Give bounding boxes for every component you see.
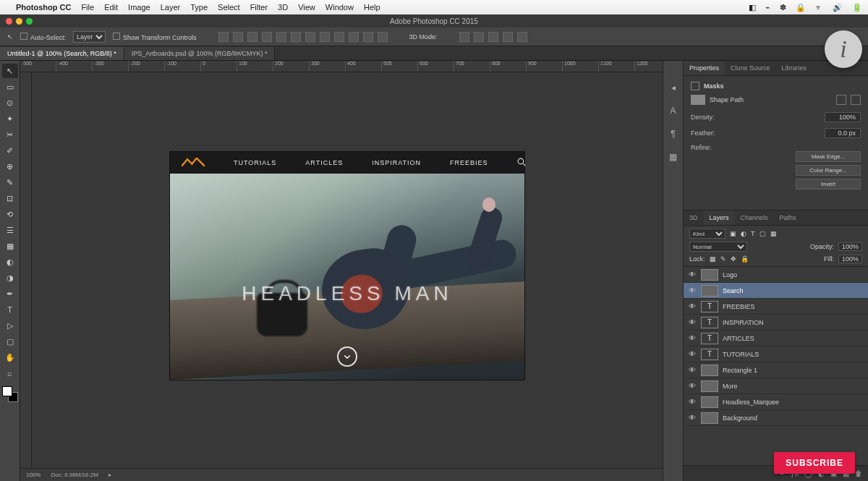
layer-row[interactable]: 👁Headless_Marquee <box>684 394 868 410</box>
filter-type-icon[interactable]: T <box>751 230 755 237</box>
rectangle-tool[interactable]: ▢ <box>2 334 18 349</box>
path-select-tool[interactable]: ▷ <box>2 318 18 333</box>
filter-adjust-icon[interactable]: ◐ <box>741 230 746 237</box>
crop-tool[interactable]: ✂ <box>2 127 18 142</box>
tab-clone-source[interactable]: Clone Source <box>725 61 776 75</box>
fill-input[interactable]: 100% <box>838 255 862 263</box>
auto-select-checkbox[interactable]: Auto-Select: <box>20 33 66 41</box>
layer-filter-dropdown[interactable]: Kind <box>689 229 726 239</box>
history-brush-tool[interactable]: ⟲ <box>2 207 18 221</box>
align-icons[interactable] <box>218 32 388 42</box>
document-tab[interactable]: IPS_Artboards.psd @ 100% (RGB/8#/CMYK) * <box>124 47 276 60</box>
feather-input[interactable]: 0.0 px <box>825 128 861 138</box>
menu-image[interactable]: Image <box>128 3 150 12</box>
hand-tool[interactable]: ✋ <box>2 350 18 365</box>
hero-image: HEADLESS MAN <box>170 174 524 380</box>
document-tab[interactable]: Untitled-1 @ 100% (Search, RGB/8) * <box>0 47 124 60</box>
layer-row[interactable]: 👁TARTICLES <box>684 331 868 346</box>
filter-shape-icon[interactable]: ▢ <box>760 230 766 237</box>
tab-3d[interactable]: 3D <box>684 210 704 225</box>
menu-type[interactable]: Type <box>190 3 208 12</box>
collapsed-panel-dock[interactable]: ◂ A ¶ ▦ <box>663 61 683 481</box>
tab-layers[interactable]: Layers <box>704 210 735 225</box>
color-swatches[interactable] <box>2 386 18 402</box>
gradient-tool[interactable]: ▦ <box>2 239 18 253</box>
paragraph-panel-icon[interactable]: ¶ <box>671 129 675 139</box>
visibility-eye-icon[interactable]: 👁 <box>688 398 697 406</box>
layer-row[interactable]: 👁Background <box>684 410 868 426</box>
visibility-eye-icon[interactable]: 👁 <box>688 350 697 358</box>
eraser-tool[interactable]: ☰ <box>2 223 18 237</box>
lock-all-icon[interactable]: 🔒 <box>741 255 749 263</box>
brush-tool[interactable]: ✎ <box>2 175 18 190</box>
layer-row[interactable]: 👁Logo <box>684 267 868 283</box>
menu-help[interactable]: Help <box>364 3 380 12</box>
zoom-tool[interactable]: ⌕ <box>2 366 18 380</box>
visibility-eye-icon[interactable]: 👁 <box>688 271 697 278</box>
pixel-mask-button[interactable] <box>836 95 846 105</box>
app-name[interactable]: Photoshop CC <box>16 3 71 12</box>
menu-file[interactable]: File <box>81 3 94 12</box>
opacity-input[interactable]: 100% <box>838 242 862 251</box>
move-tool[interactable]: ↖ <box>2 64 18 78</box>
filter-pixel-icon[interactable]: ▣ <box>730 230 736 237</box>
delete-layer-icon[interactable]: 🗑 <box>855 469 862 477</box>
menu-select[interactable]: Select <box>218 3 240 12</box>
magic-wand-tool[interactable]: ✦ <box>2 111 18 126</box>
swatches-panel-icon[interactable]: ▦ <box>669 152 677 162</box>
canvas-area[interactable]: TUTORIALS ARTICLES INSPIRATION FREEBIES <box>20 72 663 468</box>
character-panel-icon[interactable]: A <box>670 106 676 116</box>
blur-tool[interactable]: ◐ <box>2 255 18 269</box>
marquee-tool[interactable]: ▭ <box>2 80 18 94</box>
lock-pixels-icon[interactable]: ✎ <box>720 255 726 263</box>
tab-libraries[interactable]: Libraries <box>776 61 813 75</box>
type-tool[interactable]: T <box>2 302 18 317</box>
lock-position-icon[interactable]: ✥ <box>731 255 736 263</box>
history-panel-icon[interactable]: ◂ <box>671 82 676 93</box>
lock-transparency-icon[interactable]: ▩ <box>710 255 716 263</box>
menu-3d[interactable]: 3D <box>278 3 288 12</box>
visibility-eye-icon[interactable]: 👁 <box>688 382 697 390</box>
dodge-tool[interactable]: ◑ <box>2 271 18 285</box>
menu-edit[interactable]: Edit <box>104 3 118 12</box>
info-badge-icon[interactable]: i <box>825 30 862 68</box>
spot-heal-tool[interactable]: ⊕ <box>2 159 18 174</box>
menu-view[interactable]: View <box>298 3 315 12</box>
visibility-eye-icon[interactable]: 👁 <box>688 334 697 342</box>
feather-label: Feather: <box>691 129 715 137</box>
mask-edge-button[interactable]: Mask Edge... <box>796 151 861 162</box>
tab-properties[interactable]: Properties <box>684 61 725 75</box>
menu-window[interactable]: Window <box>326 3 354 12</box>
visibility-eye-icon[interactable]: 👁 <box>688 286 697 294</box>
show-transform-checkbox[interactable]: Show Transform Controls <box>113 33 197 41</box>
artboard[interactable]: TUTORIALS ARTICLES INSPIRATION FREEBIES <box>170 152 524 380</box>
menu-layer[interactable]: Layer <box>161 3 181 12</box>
filter-smart-icon[interactable]: ▦ <box>770 230 777 237</box>
eyedropper-tool[interactable]: ✐ <box>2 143 18 158</box>
blend-mode-dropdown[interactable]: Normal <box>689 242 747 252</box>
visibility-eye-icon[interactable]: 👁 <box>688 302 697 310</box>
auto-select-dropdown[interactable]: Layer <box>73 31 106 43</box>
tab-paths[interactable]: Paths <box>774 210 802 225</box>
layer-row[interactable]: 👁Rectangle 1 <box>684 362 868 378</box>
visibility-eye-icon[interactable]: 👁 <box>688 414 697 422</box>
color-range-button[interactable]: Color Range... <box>796 165 861 176</box>
tab-channels[interactable]: Channels <box>735 210 774 225</box>
lasso-tool[interactable]: ⊙ <box>2 95 18 110</box>
layer-row[interactable]: 👁TTUTORIALS <box>684 346 868 362</box>
layer-row[interactable]: 👁More <box>684 378 868 394</box>
invert-button[interactable]: Invert <box>796 179 861 190</box>
subscribe-button[interactable]: SUBSCRIBE <box>774 452 855 474</box>
clone-stamp-tool[interactable]: ⊡ <box>2 191 18 205</box>
vector-mask-button[interactable] <box>851 95 861 105</box>
visibility-eye-icon[interactable]: 👁 <box>688 318 697 326</box>
visibility-eye-icon[interactable]: 👁 <box>688 366 697 374</box>
zoom-level[interactable]: 100% <box>26 472 41 478</box>
layer-row[interactable]: 👁TINSPIRATION <box>684 315 868 331</box>
density-input[interactable]: 100% <box>825 112 861 122</box>
layer-row[interactable]: 👁TFREEBIES <box>684 299 868 315</box>
pen-tool[interactable]: ✒ <box>2 286 18 301</box>
mode-3d-icons[interactable] <box>459 32 527 42</box>
menu-filter[interactable]: Filter <box>250 3 268 12</box>
layer-row[interactable]: 👁Search <box>684 283 868 299</box>
